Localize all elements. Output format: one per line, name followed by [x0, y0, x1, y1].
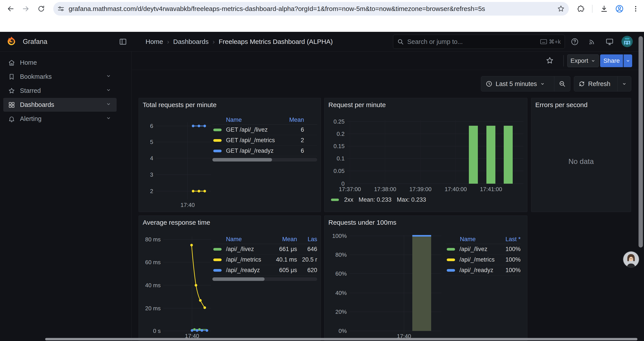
series-last: 100% [496, 246, 520, 253]
legend-row[interactable]: GET /api/_/readyz 6 [212, 146, 317, 156]
share-menu-button[interactable] [624, 55, 632, 67]
downloads-button[interactable] [600, 5, 608, 13]
star-icon [3, 87, 20, 94]
grafana-logo[interactable] [6, 36, 17, 47]
series-swatch-yellow [213, 258, 222, 261]
time-range-controls: Last 5 minutes [481, 76, 570, 92]
site-settings-icon[interactable] [57, 5, 65, 13]
puzzle-icon [577, 5, 585, 13]
legend-row[interactable]: /api/_/metrics 40.1 ms 20.5 r [212, 254, 317, 265]
refresh-interval-button[interactable] [618, 76, 631, 91]
sidebar-item-home[interactable]: Home [3, 56, 116, 70]
series-name[interactable]: 2xx [344, 196, 353, 203]
search-input[interactable] [407, 38, 537, 46]
browser-back-button[interactable] [6, 5, 15, 13]
legend-col-name[interactable]: Name [226, 117, 278, 123]
legend-row[interactable]: /api/_/livez 661 μs 646 [212, 244, 317, 254]
clock-icon [486, 80, 492, 87]
y-tick-label: 0% [338, 327, 347, 334]
legend-col-last[interactable]: Las [297, 236, 317, 243]
browser-reload-button[interactable] [37, 5, 46, 13]
reload-icon [37, 5, 45, 13]
legend: 2xx Mean: 0.233 Max: 0.233 [331, 196, 426, 203]
series-mean: 2 [278, 137, 304, 144]
vertical-scrollbar-thumb[interactable] [638, 36, 643, 247]
series-mean: 661 μs [266, 246, 297, 253]
zoom-out-button[interactable] [554, 76, 570, 91]
refresh-button[interactable]: Refresh [574, 76, 617, 91]
legend-scrollbar[interactable] [212, 277, 317, 281]
refresh-label: Refresh [588, 80, 610, 88]
series-last: 620 [297, 267, 317, 274]
sidebar-item-label: Dashboards [20, 101, 54, 108]
series-swatch-green [213, 129, 222, 131]
horizontal-scrollbar-thumb[interactable] [45, 338, 638, 340]
legend-row[interactable]: /api/_/readyz 100% [446, 265, 520, 276]
export-label: Export [570, 57, 588, 64]
series-swatch-green [331, 199, 339, 201]
assistant-avatar-image [623, 251, 639, 267]
legend-col-name[interactable]: Name [460, 236, 496, 243]
share-button[interactable]: Share [600, 55, 623, 67]
extensions-button[interactable] [576, 5, 585, 13]
series-mean: 605 μs [266, 267, 297, 274]
sidebar-item-starred[interactable]: Starred [3, 84, 116, 98]
legend-scrollbar[interactable] [212, 158, 317, 162]
breadcrumb-dashboards[interactable]: Dashboards [173, 38, 209, 46]
home-icon [3, 59, 20, 66]
kiosk-mode-button[interactable] [605, 37, 614, 46]
legend-col-last[interactable]: Last * [496, 236, 520, 243]
grafana-flame-icon [6, 36, 17, 47]
sidebar-item-bookmarks[interactable]: Bookmarks [3, 70, 116, 84]
x-tick-label: 17:39:00 [409, 186, 432, 192]
legend-table: Name Mean Las /api/_/livez 661 μs 646 /a… [212, 235, 317, 281]
user-avatar[interactable] [622, 36, 633, 47]
favorite-dashboard-button[interactable] [545, 56, 554, 65]
sidebar-item-dashboards[interactable]: Dashboards [3, 98, 116, 112]
series-name: GET /api/_/livez [226, 126, 278, 133]
series-last: 100% [496, 256, 520, 263]
scrollbar-thumb[interactable] [212, 277, 264, 281]
breadcrumb-home[interactable]: Home [146, 38, 163, 46]
chevron-down-icon [622, 81, 627, 86]
y-tick-label: 40% [335, 290, 347, 296]
series-name: GET /api/_/readyz [226, 147, 278, 154]
legend-col-name[interactable]: Name [226, 236, 266, 243]
browser-menu-button[interactable] [631, 5, 640, 13]
omnibox[interactable] [53, 2, 569, 16]
series-swatch-green [213, 248, 222, 251]
legend-row[interactable]: GET /api/_/metrics 2 [212, 135, 317, 146]
sidebar-item-label: Alerting [20, 115, 42, 122]
y-tick-label: 60 ms [145, 259, 161, 265]
browser-profile-button[interactable] [615, 5, 624, 13]
legend-col-mean[interactable]: Mean [278, 117, 304, 123]
legend-row[interactable]: /api/_/livez 100% [446, 244, 520, 254]
bookmarks-bar: Freeleaps 收藏博客 [0, 18, 644, 32]
scrollbar-thumb[interactable] [212, 158, 272, 162]
floating-assistant-avatar[interactable] [623, 251, 639, 267]
panel-title[interactable]: Errors per second [535, 101, 588, 109]
legend-row[interactable]: /api/_/readyz 605 μs 620 [212, 265, 317, 276]
avatar-image [622, 36, 633, 47]
search-box[interactable]: ⌘+k [393, 35, 565, 49]
help-button[interactable] [570, 37, 579, 46]
export-button[interactable]: Export [567, 55, 599, 67]
rss-icon [588, 38, 596, 46]
series-swatch-blue [213, 269, 222, 272]
legend-row[interactable]: /api/_/metrics 100% [446, 254, 520, 265]
series-name: GET /api/_/metrics [226, 137, 278, 144]
time-range-picker[interactable]: Last 5 minutes [481, 76, 554, 91]
bookmark-icon [3, 73, 20, 80]
url-input[interactable] [68, 5, 557, 13]
series-name: /api/_/metrics [226, 256, 266, 263]
legend-row[interactable]: GET /api/_/livez 6 [212, 125, 317, 135]
sidebar-item-alerting[interactable]: Alerting [3, 112, 116, 126]
series-line-metrics [192, 245, 205, 308]
legend-col-mean[interactable]: Mean [266, 236, 297, 243]
star-icon [546, 56, 554, 65]
sidebar-toggle-button[interactable] [118, 37, 128, 46]
news-button[interactable] [588, 37, 597, 46]
bookmark-star-icon[interactable] [557, 5, 565, 13]
browser-forward-button[interactable] [22, 5, 30, 13]
bar-2xx [469, 126, 478, 184]
